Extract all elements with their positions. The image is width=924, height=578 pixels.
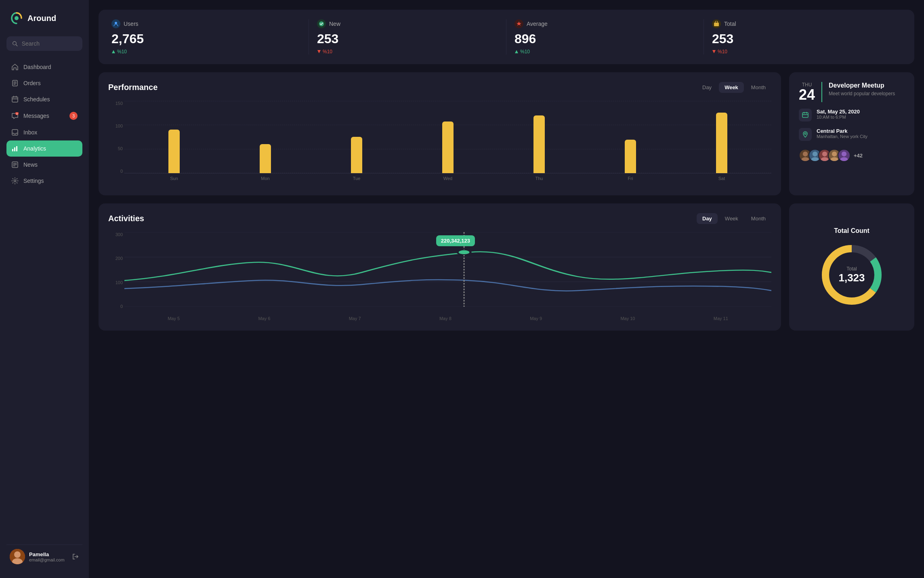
svg-point-44: [832, 151, 837, 156]
bar-sat: [676, 113, 767, 173]
new-stat-label: New: [329, 21, 340, 27]
svg-rect-13: [12, 130, 18, 135]
sidebar: Around Dashboard: [0, 0, 89, 578]
svg-point-37: [804, 133, 806, 134]
a-x-may9: May 9: [530, 316, 542, 321]
x-label-sat: Sat: [676, 176, 767, 181]
activities-time-tabs: Day Week Month: [697, 213, 771, 224]
sidebar-item-orders-label: Orders: [23, 80, 41, 86]
svg-line-2: [16, 45, 17, 46]
svg-point-21: [14, 180, 16, 182]
activities-card: Activities Day Week Month 300 200 100 0: [99, 203, 781, 331]
bar-fri: [585, 140, 676, 173]
sidebar-item-messages[interactable]: 3 Messages 3: [6, 107, 82, 124]
total-stat-value: 253: [712, 31, 733, 46]
a-x-may6: May 6: [258, 316, 270, 321]
sidebar-item-schedules-label: Schedules: [23, 96, 50, 103]
users-stat-icon: [111, 19, 120, 28]
attendee-avatar-5: [838, 149, 850, 162]
a-y-100: 100: [108, 280, 123, 285]
y-label-100: 100: [108, 124, 123, 128]
svg-text:3: 3: [17, 113, 18, 115]
activities-tab-day[interactable]: Day: [697, 213, 718, 224]
users-stat-value: 2,765: [111, 31, 144, 46]
svg-point-26: [115, 22, 117, 24]
location-icon: [799, 128, 812, 141]
performance-time-tabs: Day Week Month: [697, 82, 771, 93]
performance-tab-day[interactable]: Day: [697, 82, 717, 93]
event-date-block: THU 24: [799, 82, 822, 102]
users-stat-change-text: %10: [117, 49, 127, 54]
logout-button[interactable]: [72, 553, 79, 560]
donut-center: Total 1,323: [838, 266, 865, 284]
sidebar-item-schedules[interactable]: Schedules: [6, 91, 82, 107]
sidebar-item-settings[interactable]: Settings: [6, 173, 82, 189]
svg-point-41: [811, 157, 819, 162]
event-time-sub: 10:AM to 6:PM: [817, 115, 860, 119]
user-profile: Pamella email@gmail.com: [6, 544, 82, 568]
average-stat-icon: [514, 19, 523, 28]
svg-rect-7: [12, 97, 18, 102]
stat-total: Total 253 %10: [704, 19, 901, 54]
svg-point-45: [830, 157, 838, 162]
svg-point-40: [813, 151, 817, 156]
sidebar-logo: Around: [6, 10, 82, 27]
sidebar-item-dashboard[interactable]: Dashboard: [6, 59, 82, 75]
performance-title: Performance: [108, 83, 158, 92]
user-info: Pamella email@gmail.com: [29, 551, 68, 562]
bar-mon: [220, 144, 311, 173]
event-date-main: Sat, May 25, 2020: [817, 109, 860, 115]
performance-tab-month[interactable]: Month: [746, 82, 771, 93]
svg-marker-27: [112, 50, 115, 53]
sidebar-item-analytics[interactable]: Analytics: [6, 140, 82, 157]
bar-sun: [128, 130, 220, 173]
middle-row: Performance Day Week Month 150 100 50 0: [99, 72, 914, 195]
event-location-detail-text: Central Park Manhattan, New york City: [817, 128, 867, 139]
donut-value: 1,323: [838, 271, 865, 284]
event-date-detail: Sat, May 25, 2020 10:AM to 6:PM: [799, 109, 905, 121]
event-date-detail-text: Sat, May 25, 2020 10:AM to 6:PM: [817, 109, 860, 119]
inbox-icon: [11, 129, 19, 136]
bottom-row: Activities Day Week Month 300 200 100 0: [99, 203, 914, 331]
x-axis: SunMonTueWedThuFriSat: [124, 176, 771, 181]
sidebar-item-news[interactable]: News: [6, 157, 82, 173]
total-stat-change: %10: [712, 49, 727, 54]
sidebar-item-inbox-label: Inbox: [23, 129, 37, 136]
a-x-may11: May 11: [714, 316, 728, 321]
attendees-more-count: +42: [854, 153, 863, 159]
a-y-0: 0: [108, 304, 123, 309]
news-icon: [11, 161, 19, 168]
activities-svg: [124, 232, 771, 307]
event-day-num: 24: [799, 88, 815, 102]
bars-container: [124, 101, 771, 173]
settings-icon: [11, 177, 19, 184]
average-stat-label: Average: [527, 21, 548, 27]
total-stat-icon: [712, 19, 721, 28]
y-label-50: 50: [108, 146, 123, 151]
user-email: email@gmail.com: [29, 557, 68, 562]
performance-tab-week[interactable]: Week: [719, 82, 744, 93]
schedules-icon: [11, 96, 19, 103]
svg-point-46: [842, 151, 846, 156]
svg-marker-32: [712, 50, 716, 53]
x-label-mon: Mon: [220, 176, 311, 181]
sidebar-item-analytics-label: Analytics: [23, 145, 46, 152]
sidebar-item-orders[interactable]: Orders: [6, 75, 82, 91]
svg-point-43: [821, 157, 828, 162]
activities-tab-week[interactable]: Week: [719, 213, 744, 224]
a-y-200: 200: [108, 256, 123, 261]
x-label-thu: Thu: [494, 176, 585, 181]
activities-y-axis: 300 200 100 0: [108, 232, 123, 309]
activities-header: Activities Day Week Month: [108, 213, 771, 224]
users-stat-change: %10: [111, 49, 127, 54]
x-label-tue: Tue: [311, 176, 402, 181]
activities-tab-month[interactable]: Month: [746, 213, 771, 224]
search-box[interactable]: [6, 36, 82, 51]
event-info: Developer Meetup Meet world popular deve…: [829, 82, 905, 96]
svg-point-23: [14, 551, 21, 558]
average-stat-change: %10: [514, 49, 530, 54]
sidebar-item-inbox[interactable]: Inbox: [6, 124, 82, 140]
x-label-fri: Fri: [585, 176, 676, 181]
search-input[interactable]: [22, 40, 77, 47]
sidebar-item-settings-label: Settings: [23, 178, 44, 184]
